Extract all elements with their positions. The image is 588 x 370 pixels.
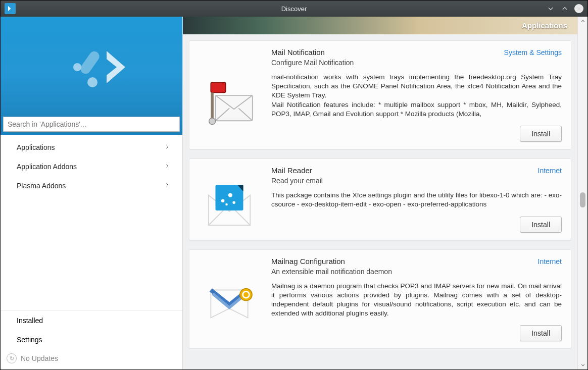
app-description: This package contains the Xfce settings …	[271, 191, 562, 209]
minimize-button[interactable]	[546, 4, 555, 13]
svg-rect-5	[211, 92, 214, 120]
search-wrap	[3, 117, 180, 132]
app-icon	[197, 166, 262, 232]
sidebar-item-label: Settings	[17, 336, 42, 344]
scrollbar-track[interactable]	[578, 26, 587, 360]
app-card: Mailnag Configuration Internet An extens…	[189, 249, 571, 349]
svg-point-0	[73, 63, 81, 71]
app-category-link[interactable]: Internet	[538, 257, 562, 266]
updates-icon: ↻	[7, 353, 17, 363]
category-banner: Applications	[183, 17, 577, 34]
app-list: Mail Notification System & Settings Conf…	[183, 34, 577, 369]
sidebar-item-label: Application Addons	[17, 163, 77, 171]
svg-point-9	[228, 193, 232, 197]
chevron-right-icon	[164, 182, 170, 190]
window-controls: ✕	[546, 4, 583, 13]
app-title[interactable]: Mail Reader	[271, 166, 312, 175]
sidebar: Applications Application Addons Plasma A…	[1, 17, 183, 369]
app-description: Mailnag is a daemon program that checks …	[271, 282, 562, 319]
svg-rect-7	[216, 185, 243, 210]
sidebar-item-updates[interactable]: ↻ No Updates	[1, 349, 182, 369]
app-icon	[5, 3, 16, 14]
app-card: Mail Reader Internet Read your email Thi…	[189, 158, 571, 240]
sidebar-item-label: Applications	[17, 143, 55, 151]
sidebar-nav: Applications Application Addons Plasma A…	[1, 135, 182, 195]
search-input[interactable]	[3, 117, 180, 132]
app-tagline: Configure Mail Notification	[271, 59, 562, 67]
svg-rect-2	[78, 49, 101, 76]
sidebar-item-settings[interactable]: Settings	[1, 330, 182, 349]
window-title: Discover	[281, 5, 307, 13]
scrollbar-thumb[interactable]	[580, 192, 585, 207]
install-button[interactable]: Install	[520, 126, 562, 142]
svg-point-6	[209, 118, 216, 125]
maximize-button[interactable]	[560, 4, 569, 13]
svg-point-8	[221, 199, 224, 202]
app-content: Mail Reader Internet Read your email Thi…	[271, 166, 562, 232]
breadcrumb[interactable]: Applications	[522, 21, 567, 30]
sidebar-item-applications[interactable]: Applications	[1, 138, 182, 157]
app-content: Mailnag Configuration Internet An extens…	[271, 257, 562, 342]
svg-point-10	[225, 203, 228, 206]
chevron-right-icon	[164, 143, 170, 151]
sidebar-hero	[1, 17, 182, 135]
install-button[interactable]: Install	[520, 325, 562, 341]
chevron-right-icon	[164, 163, 170, 171]
sidebar-bottom: Installed Settings ↻ No Updates	[1, 310, 182, 369]
svg-point-11	[232, 201, 235, 204]
discover-logo-icon	[67, 46, 138, 98]
app-tagline: Read your email	[271, 177, 562, 185]
app-title[interactable]: Mailnag Configuration	[271, 257, 345, 266]
app-title[interactable]: Mail Notification	[271, 48, 325, 57]
close-button[interactable]: ✕	[574, 4, 583, 13]
sidebar-item-label: Installed	[17, 316, 43, 325]
sidebar-item-application-addons[interactable]: Application Addons	[1, 157, 182, 176]
app-tagline: An extensible mail notification daemon	[271, 268, 562, 276]
sidebar-item-plasma-addons[interactable]: Plasma Addons	[1, 176, 182, 195]
titlebar[interactable]: Discover ✕	[1, 1, 587, 17]
app-icon	[197, 48, 262, 142]
app-category-link[interactable]: System & Settings	[504, 48, 562, 57]
sidebar-item-label: Plasma Addons	[17, 182, 66, 190]
scroll-down-icon[interactable]	[578, 360, 587, 369]
app-content: Mail Notification System & Settings Conf…	[271, 48, 562, 142]
svg-rect-4	[211, 82, 225, 92]
window: Discover ✕	[0, 0, 588, 370]
svg-point-1	[87, 77, 97, 87]
main-content: Applications	[183, 17, 577, 369]
app-category-link[interactable]: Internet	[538, 167, 562, 175]
app-description: mail-notification works with system tray…	[271, 73, 562, 119]
body: Applications Application Addons Plasma A…	[1, 17, 587, 369]
updates-label: No Updates	[21, 354, 58, 362]
scrollbar[interactable]	[577, 17, 587, 369]
scroll-up-icon[interactable]	[578, 17, 587, 26]
install-button[interactable]: Install	[520, 217, 562, 233]
app-icon	[197, 257, 262, 342]
main: Applications	[183, 17, 587, 369]
svg-point-12	[240, 289, 252, 301]
sidebar-item-installed[interactable]: Installed	[1, 311, 182, 330]
app-card: Mail Notification System & Settings Conf…	[189, 40, 571, 149]
